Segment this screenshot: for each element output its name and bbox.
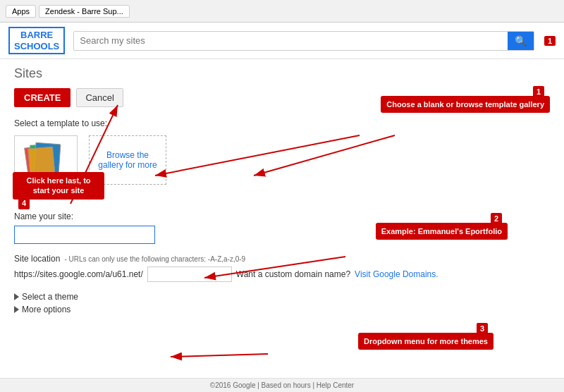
footer: ©2016 Google | Based on hours | Help Cen… (0, 378, 564, 392)
annotation-box-2: Example: Emmanuel's Eportfolio 2 (376, 223, 508, 240)
logo: BARRE SCHOOLS (8, 27, 65, 54)
badge-1: 1 (544, 36, 556, 46)
header: BARRE SCHOOLS 🔍 1 (0, 23, 564, 59)
annotation-box-3: Dropdown menu for more themes 3 (358, 333, 494, 350)
location-section: Site location - URLs can only use the fo… (14, 254, 550, 282)
url-prefix: https://sites.google.com/a/u61.net/ (14, 269, 143, 279)
annotation-1-text: Choose a blank or browse template galler… (386, 100, 544, 109)
annotation-4-text: Click here last, to start your site (26, 176, 90, 195)
browse-gallery-text: Browse the gallery for more (95, 150, 160, 170)
annotation-box-1: Choose a blank or browse template galler… (381, 96, 550, 113)
search-bar[interactable]: 🔍 (73, 31, 534, 51)
tab-zendesk[interactable]: Zendesk - Barre Sup... (39, 5, 130, 18)
annotation-box-4: Click here last, to start your site 4 (13, 172, 104, 200)
more-options-row[interactable]: More options (14, 305, 550, 314)
url-note: - URLs can only use the following charac… (64, 255, 245, 263)
location-label: Site location (14, 254, 60, 264)
annotation-badge-2: 2 (491, 213, 502, 224)
select-theme-label: Select a theme (22, 292, 78, 302)
theme-arrow-icon (14, 293, 19, 300)
search-input[interactable] (74, 32, 508, 49)
svg-line-4 (171, 354, 268, 357)
more-options-label: More options (22, 305, 70, 314)
visit-domains-link[interactable]: Visit Google Domains. (355, 269, 439, 279)
browser-bar: Apps Zendesk - Barre Sup... (0, 0, 564, 23)
location-row: https://sites.google.com/a/u61.net/ Want… (14, 267, 550, 282)
theme-section: Select a theme More options (14, 292, 550, 314)
search-button[interactable]: 🔍 (508, 32, 534, 50)
annotation-badge-3: 3 (477, 323, 488, 334)
annotation-badge-4: 4 (18, 197, 30, 209)
annotation-badge-1: 1 (533, 86, 544, 97)
tab-apps[interactable]: Apps (6, 5, 36, 18)
footer-text: ©2016 Google | Based on hours | Help Cen… (210, 381, 354, 389)
custom-domain-text: Want a custom domain name? (236, 269, 350, 279)
site-name-input[interactable] (14, 226, 155, 244)
page-title: Sites (14, 66, 550, 81)
annotation-3-text: Dropdown menu for more themes (364, 337, 488, 345)
cancel-button[interactable]: Cancel (76, 88, 123, 107)
more-options-arrow-icon (14, 306, 19, 313)
template-section-label: Select a template to use: (14, 118, 550, 128)
location-input[interactable] (147, 267, 232, 282)
browser-tabs: Apps Zendesk - Barre Sup... (6, 5, 130, 18)
content-area: Sites CREATE Cancel Select a template to… (0, 59, 564, 392)
select-theme-row[interactable]: Select a theme (14, 292, 550, 302)
name-site-label: Name your site: (14, 212, 550, 221)
annotation-2-text: Example: Emmanuel's Eportfolio (381, 227, 502, 235)
create-button[interactable]: CREATE (14, 88, 70, 107)
